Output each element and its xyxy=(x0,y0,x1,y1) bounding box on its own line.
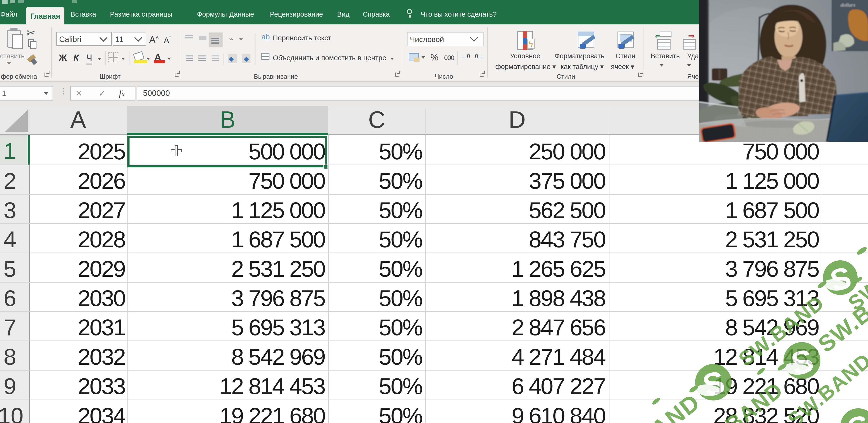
svg-text:S: S xyxy=(844,408,868,423)
svg-text:SW.BAND: SW.BAND xyxy=(595,388,705,423)
